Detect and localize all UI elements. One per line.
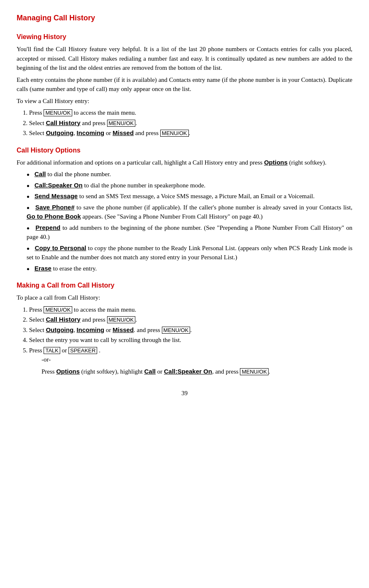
menu-ok-box-3: MENU/OK: [160, 130, 189, 137]
menu-ok-box-5: MENU/OK: [107, 316, 136, 323]
menu-ok-box-1: MENU/OK: [44, 109, 72, 116]
go-to-phone-book-keyword: Go to Phone Book: [27, 213, 81, 220]
making-call-intro: To place a call from Call History:: [17, 293, 352, 303]
outgoing-keyword-1: Outgoing: [46, 129, 73, 136]
options-keyword-1: Options: [264, 159, 288, 166]
viewing-history-steps: Press MENU/OK to access the main menu. S…: [29, 108, 352, 138]
option-erase: Erase to erase the entry.: [25, 264, 352, 273]
viewing-history-para2: Each entry contains the phone number (if…: [17, 75, 352, 94]
options-keyword-2: Options: [56, 368, 80, 375]
viewing-history-para1: You'll find the Call History feature ver…: [17, 44, 352, 73]
viewing-step-3: Select Outgoing, Incoming or Missed and …: [29, 128, 352, 138]
main-title: Managing Call History: [17, 12, 352, 24]
making-call-step-5: Press TALK or SPEAKER . -or- Press Optio…: [29, 346, 352, 376]
call-speaker-on-keyword-2: Call:Speaker On: [164, 368, 212, 375]
making-call-step-1: Press MENU/OK to access the main menu.: [29, 305, 352, 315]
call-history-keyword-2: Call History: [46, 316, 80, 323]
making-call-steps: Press MENU/OK to access the main menu. S…: [29, 305, 352, 376]
call-history-options-section: Call History Options For additional info…: [17, 145, 352, 273]
or-text: -or- Press Options (right softkey), high…: [42, 355, 352, 376]
call-history-options-list: Call to dial the phone number. Call:Spea…: [25, 170, 352, 273]
menu-ok-box-2: MENU/OK: [107, 120, 136, 127]
or-separator: -or-: [42, 355, 352, 364]
send-message-keyword: Send Message: [34, 192, 78, 199]
call-history-keyword-1: Call History: [46, 119, 80, 126]
viewing-step-2: Select Call History and press MENU/OK.: [29, 118, 352, 128]
call-speaker-on-keyword: Call:Speaker On: [34, 182, 83, 189]
menu-ok-box-7: MENU/OK: [240, 368, 269, 375]
making-call-step-3: Select Outgoing, Incoming or Missed. and…: [29, 325, 352, 335]
save-phone-keyword: Save Phone#: [35, 204, 74, 211]
option-prepend: Prepend to add numbers to the beginning …: [25, 223, 352, 242]
call-keyword-2: Call: [144, 368, 156, 375]
making-call-section: Making a Call from Call History To place…: [17, 280, 352, 376]
option-call: Call to dial the phone number.: [25, 170, 352, 179]
final-line: Press Options (right softkey), highlight…: [42, 367, 352, 376]
missed-keyword-2: Missed: [112, 326, 134, 333]
talk-box: TALK: [44, 347, 60, 354]
call-keyword: Call: [34, 170, 46, 177]
incoming-keyword-2: Incoming: [77, 326, 105, 333]
viewing-step-1: Press MENU/OK to access the main menu.: [29, 108, 352, 118]
speaker-box: SPEAKER: [68, 347, 97, 354]
page-number-container: 39: [17, 389, 352, 398]
incoming-keyword-1: Incoming: [77, 129, 105, 136]
page-container: Managing Call History Viewing History Yo…: [17, 12, 352, 398]
copy-to-personal-keyword: Copy to Personal: [35, 244, 86, 251]
call-history-options-title: Call History Options: [17, 145, 352, 155]
missed-keyword-1: Missed: [112, 129, 134, 136]
menu-ok-box-6: MENU/OK: [162, 327, 191, 334]
viewing-history-title: Viewing History: [17, 32, 352, 42]
making-call-title: Making a Call from Call History: [17, 280, 352, 290]
option-send-message: Send Message to send an SMS Text message…: [25, 192, 352, 201]
main-title-section: Managing Call History: [17, 12, 352, 24]
menu-ok-box-4: MENU/OK: [44, 306, 72, 313]
viewing-history-para3: To view a Call History entry:: [17, 96, 352, 106]
making-call-step-4: Select the entry you want to call by scr…: [29, 335, 352, 345]
call-history-options-intro: For additional information and options o…: [17, 158, 352, 167]
erase-keyword: Erase: [34, 265, 51, 272]
option-call-speaker-on: Call:Speaker On to dial the phone number…: [25, 181, 352, 190]
option-copy-to-personal: Copy to Personal to copy the phone numbe…: [25, 244, 352, 262]
outgoing-keyword-2: Outgoing: [46, 326, 73, 333]
viewing-history-section: Viewing History You'll find the Call His…: [17, 32, 352, 138]
making-call-step-2: Select Call History and press MENU/OK.: [29, 315, 352, 325]
prepend-keyword: Prepend: [35, 224, 60, 231]
option-save-phone: Save Phone# to save the phone number (if…: [25, 203, 352, 221]
page-number: 39: [181, 390, 188, 396]
